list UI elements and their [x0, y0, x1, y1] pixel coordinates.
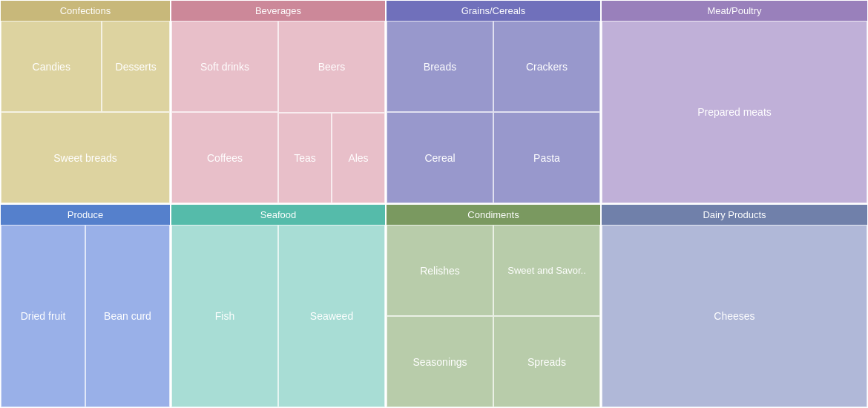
confections-header: Confections	[1, 1, 170, 21]
group-dairy: Dairy Products Cheeses	[601, 204, 868, 408]
dairy-body: Cheeses	[602, 225, 867, 407]
cell-pasta: Pasta	[493, 112, 600, 203]
grains-header: Grains/Cereals	[387, 1, 600, 21]
meat-header: Meat/Poultry	[602, 1, 867, 21]
cell-crackers: Crackers	[493, 21, 600, 112]
cell-breads: Breads	[387, 21, 493, 112]
cell-sweet-savory: Sweet and Savor..	[493, 225, 600, 316]
cell-desserts: Desserts	[102, 21, 170, 112]
produce-header: Produce	[1, 205, 170, 225]
dairy-header: Dairy Products	[602, 205, 867, 225]
cell-ales: Ales	[332, 113, 385, 203]
cell-spreads: Spreads	[493, 316, 600, 407]
cell-fish: Fish	[171, 225, 278, 407]
cell-cereal: Cereal	[387, 112, 493, 203]
cell-cheeses: Cheeses	[602, 225, 867, 407]
beverages-body: Soft drinks Coffees Beers Teas Ales	[171, 21, 385, 203]
group-produce: Produce Dried fruit Bean curd	[0, 204, 171, 408]
bottom-row: Produce Dried fruit Bean curd Seafood Fi…	[0, 204, 868, 408]
meat-body: Prepared meats	[602, 21, 867, 203]
group-beverages: Beverages Soft drinks Coffees Beers Teas…	[171, 0, 386, 204]
cell-beers: Beers	[278, 21, 385, 113]
cell-sweet-breads: Sweet breads	[1, 112, 170, 203]
cell-soft-drinks: Soft drinks	[171, 21, 278, 112]
group-grains: Grains/Cereals Breads Crackers Cereal Pa…	[386, 0, 601, 204]
group-condiments: Condiments Relishes Sweet and Savor.. Se…	[386, 204, 601, 408]
cell-coffees: Coffees	[171, 112, 278, 203]
seafood-header: Seafood	[171, 205, 385, 225]
cell-prepared-meats: Prepared meats	[602, 21, 867, 203]
confections-body: Candies Desserts Sweet breads	[1, 21, 170, 203]
grains-body: Breads Crackers Cereal Pasta	[387, 21, 600, 203]
cell-seaweed: Seaweed	[278, 225, 385, 407]
treemap-container: Confections Candies Desserts Sweet bread…	[0, 0, 868, 408]
cell-teas: Teas	[278, 113, 332, 203]
group-confections: Confections Candies Desserts Sweet bread…	[0, 0, 171, 204]
cell-dried-fruit: Dried fruit	[1, 225, 85, 407]
cell-relishes: Relishes	[387, 225, 493, 316]
group-meat: Meat/Poultry Prepared meats	[601, 0, 868, 204]
produce-body: Dried fruit Bean curd	[1, 225, 170, 407]
condiments-body: Relishes Sweet and Savor.. Seasonings Sp…	[387, 225, 600, 407]
cell-bean-curd: Bean curd	[85, 225, 170, 407]
top-row: Confections Candies Desserts Sweet bread…	[0, 0, 868, 204]
beverages-header: Beverages	[171, 1, 385, 21]
group-seafood: Seafood Fish Seaweed	[171, 204, 386, 408]
seafood-body: Fish Seaweed	[171, 225, 385, 407]
cell-seasonings: Seasonings	[387, 316, 493, 407]
cell-candies: Candies	[1, 21, 102, 112]
condiments-header: Condiments	[387, 205, 600, 225]
